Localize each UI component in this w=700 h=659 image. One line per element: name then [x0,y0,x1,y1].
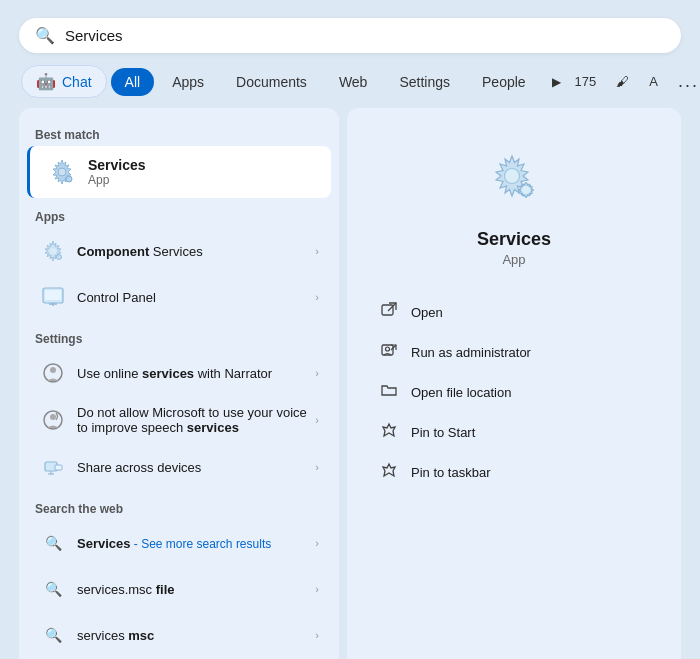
svg-point-1 [58,168,66,176]
web-msc-file-label: services.msc file [77,582,315,597]
open-file-location-label: Open file location [411,385,511,400]
svg-point-20 [505,169,520,184]
list-item-web-msc[interactable]: 🔍 services msc › [23,612,335,658]
play-icon[interactable]: ▶ [552,75,561,89]
keyboard-icon[interactable]: 🖌 [610,70,635,93]
narrator-label: Use online services with Narrator [77,366,315,381]
svg-line-24 [388,303,396,311]
speech-icon [39,406,67,434]
run-as-admin-label: Run as administrator [411,345,531,360]
best-match-info: Services App [88,157,146,187]
open-icon [379,302,399,322]
chevron-right-icon: › [315,629,319,641]
chevron-right-icon: › [315,583,319,595]
web-services-label: Services - See more search results [77,536,315,551]
services-icon [46,156,78,188]
web-msc-label: services msc [77,628,315,643]
tab-apps[interactable]: Apps [158,68,218,96]
best-match-item[interactable]: Services App [27,146,331,198]
search-web-icon3: 🔍 [39,621,67,649]
chevron-right-icon: › [315,367,319,379]
tab-all[interactable]: All [111,68,155,96]
svg-point-2 [66,176,72,182]
share-devices-icon [39,453,67,481]
svg-point-6 [57,255,62,260]
action-open[interactable]: Open [367,293,661,331]
svg-rect-23 [382,305,393,315]
open-label: Open [411,305,443,320]
svg-point-26 [386,347,390,351]
tab-web[interactable]: Web [325,68,382,96]
red-arrow-annotation [331,153,339,192]
chevron-right-icon: › [315,461,319,473]
main-area: Best match Services App [19,108,681,659]
best-match-label: Best match [19,122,339,146]
list-item-component-services[interactable]: Component Services › [23,228,335,274]
tab-bar: 🤖 Chat All Apps Documents Web Settings P… [19,65,681,98]
best-match-type: App [88,173,146,187]
search-icon: 🔍 [35,26,55,45]
left-panel: Best match Services App [19,108,339,659]
app-preview: Services App [367,128,661,283]
chevron-right-icon: › [315,414,319,426]
tab-documents[interactable]: Documents [222,68,321,96]
app-icon-large [484,148,544,219]
tab-settings[interactable]: Settings [385,68,464,96]
right-panel: Services App Open [347,108,681,659]
component-services-label: Component Services [77,244,315,259]
chevron-right-icon: › [315,537,319,549]
tab-chat[interactable]: 🤖 Chat [21,65,107,98]
list-item-control-panel[interactable]: Control Panel › [23,274,335,320]
app-type: App [502,252,525,267]
apps-section-label: Apps [19,204,339,228]
list-item-web-msc-file[interactable]: 🔍 services.msc file › [23,566,335,612]
svg-point-14 [50,414,56,420]
list-item-share-devices[interactable]: Share across devices › [23,444,335,490]
speech-label: Do not allow Microsoft to use your voice… [77,405,315,435]
svg-rect-8 [45,290,61,300]
svg-point-22 [522,186,530,194]
folder-icon [379,382,399,402]
chevron-right-icon: › [315,291,319,303]
action-run-as-admin[interactable]: Run as administrator [367,333,661,371]
component-services-icon [39,237,67,265]
search-bar: 🔍 [19,18,681,53]
tab-extras: ▶ 175 🖌 A ... b [552,67,700,97]
list-item-speech[interactable]: Do not allow Microsoft to use your voice… [23,396,335,444]
svg-point-5 [50,248,57,255]
copilot-icon: 🤖 [36,72,56,91]
text-size-icon[interactable]: A [643,70,664,93]
action-pin-to-taskbar[interactable]: Pin to taskbar [367,453,661,491]
search-web-icon2: 🔍 [39,575,67,603]
search-web-icon: 🔍 [39,529,67,557]
taskbar-icon [379,462,399,482]
pin-to-taskbar-label: Pin to taskbar [411,465,491,480]
control-panel-label: Control Panel [77,290,315,305]
more-options-button[interactable]: ... [672,67,700,96]
best-match-name: Services [88,157,146,173]
share-devices-label: Share across devices [77,460,315,475]
search-input[interactable] [65,27,665,44]
pin-to-start-label: Pin to Start [411,425,475,440]
admin-icon [379,342,399,362]
action-pin-to-start[interactable]: Pin to Start [367,413,661,451]
settings-section-label: Settings [19,326,339,350]
pin-icon [379,422,399,442]
web-section-label: Search the web [19,496,339,520]
narrator-icon [39,359,67,387]
action-list: Open Run as administrator [367,293,661,491]
list-item-narrator[interactable]: Use online services with Narrator › [23,350,335,396]
action-open-file-location[interactable]: Open file location [367,373,661,411]
result-count: 175 [569,70,603,93]
app-name: Services [477,229,551,250]
list-item-web-services[interactable]: 🔍 Services - See more search results › [23,520,335,566]
svg-point-12 [50,367,56,373]
control-panel-icon [39,283,67,311]
chevron-right-icon: › [315,245,319,257]
tab-people[interactable]: People [468,68,540,96]
svg-rect-16 [55,465,62,470]
